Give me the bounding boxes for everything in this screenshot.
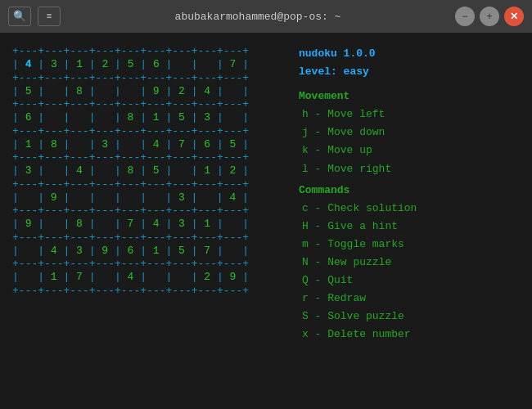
app-name: nudoku 1.0.0 <box>299 45 512 63</box>
search-button[interactable]: 🔍 <box>8 7 31 26</box>
movement-items: h - Move left j - Move down k - Move up … <box>299 106 512 178</box>
info-panel: nudoku 1.0.0 level: easy Movement h - Mo… <box>291 41 520 401</box>
commands-item: N - New puzzle <box>299 254 512 272</box>
movement-item: h - Move left <box>299 106 512 124</box>
movement-item: j - Move down <box>299 124 512 142</box>
main-content: +---+---+---+---+---+---+---+---+---+| 4… <box>0 33 532 409</box>
grid-data-row: | 5 | | 8 | | | 9 | 2 | 4 | | <box>12 85 291 98</box>
grid-border-row: +---+---+---+---+---+---+---+---+---+ <box>12 204 291 218</box>
grid-border-row: +---+---+---+---+---+---+---+---+---+ <box>12 98 291 111</box>
grid-border-row: +---+---+---+---+---+---+---+---+---+ <box>12 231 291 245</box>
commands-item: x - Delete number <box>299 326 512 344</box>
grid-data-row: | | 4 | 3 | 9 | 6 | 1 | 5 | 7 | | <box>12 245 291 258</box>
minimize-button[interactable]: − <box>455 7 475 26</box>
grid-data-row: | 3 | | 4 | | 8 | 5 | | 1 | 2 | <box>12 164 291 178</box>
maximize-button[interactable]: + <box>480 7 499 26</box>
commands-item: H - Give a hint <box>299 218 512 236</box>
grid-border-row: +---+---+---+---+---+---+---+---+---+ <box>12 151 291 164</box>
menu-button[interactable]: ≡ <box>38 7 61 26</box>
grid-border-row: +---+---+---+---+---+---+---+---+---+ <box>12 178 291 191</box>
grid-border-row: +---+---+---+---+---+---+---+---+---+ <box>12 72 291 85</box>
grid-data-row: | | 1 | 7 | | 4 | | | 2 | 9 | <box>12 271 291 284</box>
commands-item: S - Solve puzzle <box>299 308 512 326</box>
commands-item: Q - Quit <box>299 272 512 290</box>
window-title: abubakarmohammed@pop-os: ~ <box>61 11 455 23</box>
app-level: level: easy <box>299 63 512 81</box>
commands-item: r - Redraw <box>299 290 512 308</box>
movement-section-label: Movement <box>299 88 512 106</box>
grid-data-row: | 4 | 3 | 1 | 2 | 5 | 6 | | | 7 | <box>12 58 291 71</box>
grid-border-row: +---+---+---+---+---+---+---+---+---+ <box>12 125 291 138</box>
grid-border-row: +---+---+---+---+---+---+---+---+---+ <box>12 258 291 271</box>
close-button[interactable]: ✕ <box>504 7 524 26</box>
commands-item: m - Toggle marks <box>299 236 512 254</box>
sudoku-grid: +---+---+---+---+---+---+---+---+---+| 4… <box>12 41 291 401</box>
movement-item: k - Move up <box>299 142 512 160</box>
commands-items: c - Check solution H - Give a hint m - T… <box>299 200 512 344</box>
grid-data-row: | 9 | | 8 | | 7 | 4 | 3 | 1 | | <box>12 218 291 231</box>
window-controls: − + ✕ <box>455 7 524 26</box>
grid-data-row: | 6 | | | | 8 | 1 | 5 | 3 | | <box>12 111 291 124</box>
movement-item: l - Move right <box>299 160 512 178</box>
grid-data-row: | 1 | 8 | | 3 | | 4 | 7 | 6 | 5 | <box>12 138 291 151</box>
grid-data-row: | | 9 | | | | | 3 | | 4 | <box>12 191 291 204</box>
titlebar: 🔍 ≡ abubakarmohammed@pop-os: ~ − + ✕ <box>0 0 532 33</box>
commands-item: c - Check solution <box>299 200 512 218</box>
grid-border-row: +---+---+---+---+---+---+---+---+---+ <box>12 45 291 58</box>
grid-border-row: +---+---+---+---+---+---+---+---+---+ <box>12 285 291 298</box>
commands-section-label: Commands <box>299 182 512 200</box>
